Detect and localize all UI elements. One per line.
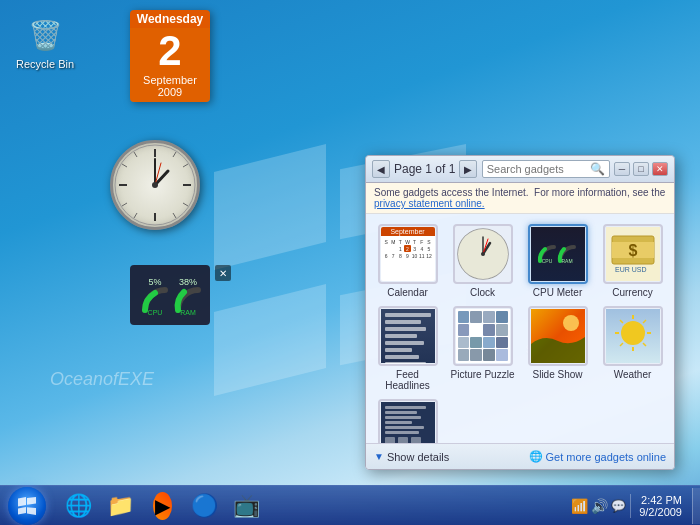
svg-line-42 (643, 343, 646, 346)
clock-thumb-svg (456, 227, 510, 281)
gadget-calendar-label: Calendar (387, 287, 428, 298)
panel-prev-btn[interactable]: ◀ (372, 160, 390, 178)
gadget-calendar[interactable]: September SMTWTFS 12345 6789101112 Calen… (374, 224, 441, 298)
clock-date: 9/2/2009 (639, 506, 682, 518)
ie-icon: 🌐 (65, 493, 92, 519)
gadget-clock[interactable]: Clock (449, 224, 516, 298)
earth-icon: 🌐 (529, 450, 543, 463)
app5-icon: 📺 (233, 493, 260, 519)
show-details-label: Show details (387, 451, 449, 463)
svg-line-12 (134, 213, 137, 218)
clock-time: 2:42 PM (641, 494, 682, 506)
svg-line-43 (643, 320, 646, 323)
panel-next-btn[interactable]: ▶ (459, 160, 477, 178)
svg-text:RAM: RAM (561, 258, 572, 264)
get-more-gadgets-link[interactable]: 🌐 Get more gadgets online (529, 450, 666, 463)
explorer-icon: 📁 (107, 493, 134, 519)
gadget-media-thumb (378, 399, 438, 443)
taskbar-app4-btn[interactable]: 🔵 (184, 488, 224, 524)
panel-search-box[interactable]: 🔍 (482, 160, 610, 178)
gadget-media[interactable]: Windows Media... (374, 399, 441, 443)
svg-line-44 (620, 343, 623, 346)
svg-line-7 (183, 203, 188, 206)
recycle-bin-icon[interactable]: 🗑️ Recycle Bin (10, 15, 80, 70)
clock-svg (113, 143, 197, 227)
show-desktop-btn[interactable] (692, 488, 700, 524)
gadget-slideshow[interactable]: Slide Show (524, 306, 591, 391)
show-details-btn[interactable]: ▼ Show details (374, 451, 449, 463)
gadget-weather-thumb (603, 306, 663, 366)
svg-text:CPU: CPU (541, 258, 552, 264)
svg-line-9 (134, 152, 137, 157)
svg-point-35 (563, 315, 579, 331)
gadget-cpu-label: CPU Meter (533, 287, 582, 298)
panel-close-btn[interactable]: ✕ (652, 162, 668, 176)
taskbar-ie-btn[interactable]: 🌐 (58, 488, 98, 524)
mediaplayer-icon: ▶ (153, 492, 172, 520)
calendar-widget[interactable]: Wednesday 2 September 2009 (130, 10, 210, 102)
panel-page-info: Page 1 of 1 (394, 162, 455, 176)
start-orb (8, 487, 46, 525)
taskbar-mediaplayer-btn[interactable]: ▶ (142, 488, 182, 524)
gadget-currency-label: Currency (612, 287, 653, 298)
gadget-weather[interactable]: Weather (599, 306, 666, 391)
taskbar-tray: 📶 🔊 💬 2:42 PM 9/2/2009 (565, 486, 692, 525)
taskbar-app5-btn[interactable]: 📺 (226, 488, 266, 524)
taskbar-explorer-btn[interactable]: 📁 (100, 488, 140, 524)
panel-minimize-btn[interactable]: ─ (614, 162, 630, 176)
windows-logo-icon (17, 496, 37, 516)
recycle-bin-label: Recycle Bin (16, 58, 74, 70)
cpu-meter-close-btn[interactable]: ✕ (215, 265, 231, 281)
gadget-puzzle-thumb (453, 306, 513, 366)
gadget-feed[interactable]: Feed Headlines (374, 306, 441, 391)
tray-divider (630, 494, 631, 518)
svg-line-11 (122, 203, 127, 206)
cpu-meter-widget[interactable]: CPU RAM 5% 38% (130, 265, 210, 325)
taskbar-apps: 🌐 📁 ▶ 🔵 📺 (54, 486, 270, 525)
tray-clock[interactable]: 2:42 PM 9/2/2009 (635, 494, 686, 518)
svg-point-16 (152, 182, 158, 188)
calendar-header: Wednesday (130, 10, 210, 28)
panel-footer: ▼ Show details 🌐 Get more gadgets online (366, 443, 674, 469)
watermark: OceanofEXE (50, 369, 154, 390)
recycle-bin-image: 🗑️ (25, 15, 65, 55)
cpu-meter-svg: CPU RAM 5% 38% (130, 265, 210, 325)
svg-rect-17 (130, 265, 210, 325)
start-button[interactable] (0, 486, 54, 526)
svg-line-6 (183, 164, 188, 167)
panel-nav: ◀ Page 1 of 1 ▶ (372, 160, 477, 178)
gadgets-grid: September SMTWTFS 12345 6789101112 Calen… (366, 214, 674, 443)
gadget-weather-label: Weather (614, 369, 652, 380)
svg-point-27 (481, 252, 485, 256)
panel-info-bar: Some gadgets access the Internet. For mo… (366, 183, 674, 214)
svg-line-5 (173, 152, 176, 157)
gadget-puzzle-label: Picture Puzzle (451, 369, 515, 380)
desktop: OceanofEXE 🗑️ Recycle Bin Wednesday 2 Se… (0, 0, 700, 490)
get-more-label: Get more gadgets online (546, 451, 666, 463)
calendar-month: September 2009 (130, 74, 210, 102)
panel-window-controls: ─ □ ✕ (614, 162, 668, 176)
gadget-feed-label: Feed Headlines (374, 369, 441, 391)
tray-icons: 📶 🔊 💬 (571, 498, 626, 514)
panel-titlebar: ◀ Page 1 of 1 ▶ 🔍 ─ □ ✕ (366, 156, 674, 183)
svg-text:$: $ (628, 242, 637, 259)
gadget-cpu-thumb: CPU RAM (528, 224, 588, 284)
tray-network-icon[interactable]: 📶 (571, 498, 588, 514)
gadget-slideshow-thumb (528, 306, 588, 366)
svg-line-10 (122, 164, 127, 167)
gadget-currency-thumb: $ EUR USD (603, 224, 663, 284)
gadget-slideshow-label: Slide Show (532, 369, 582, 380)
privacy-link[interactable]: privacy statement online. (374, 198, 485, 209)
panel-maximize-btn[interactable]: □ (633, 162, 649, 176)
gadget-cpu[interactable]: CPU RAM CPU Meter (524, 224, 591, 298)
app4-icon: 🔵 (191, 493, 218, 519)
tray-message-icon[interactable]: 💬 (611, 499, 626, 513)
gadget-currency[interactable]: $ EUR USD Currency (599, 224, 666, 298)
gadget-puzzle[interactable]: Picture Puzzle (449, 306, 516, 391)
calendar-day: 2 (130, 28, 210, 74)
tray-sound-icon[interactable]: 🔊 (591, 498, 608, 514)
panel-search-input[interactable] (487, 163, 587, 175)
gadget-calendar-thumb: September SMTWTFS 12345 6789101112 (378, 224, 438, 284)
clock-widget[interactable] (110, 140, 200, 230)
search-icon: 🔍 (590, 162, 605, 176)
